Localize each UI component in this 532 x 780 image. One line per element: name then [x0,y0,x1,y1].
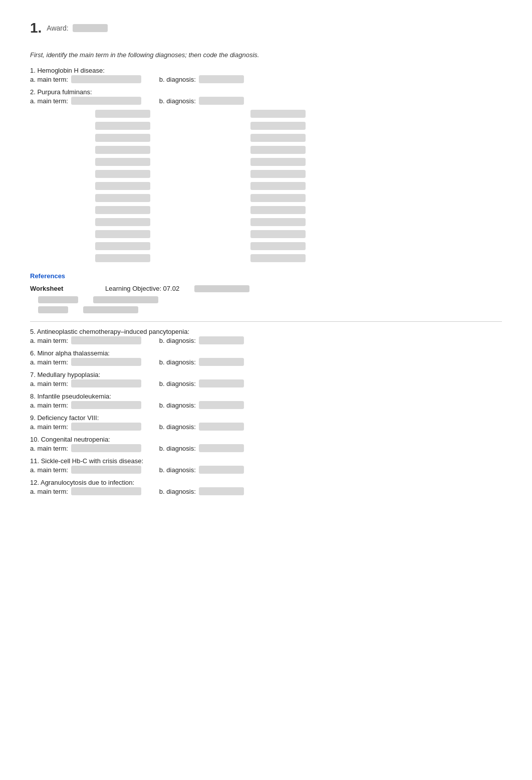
main-term-input-6[interactable] [71,358,141,366]
references-link[interactable]: References [30,272,502,280]
main-term-label-10: a. main term: [30,445,68,452]
main-term-input-10[interactable] [71,444,141,452]
diagnosis-input-1[interactable] [199,75,244,83]
diagnosis-11-answer-row: a. main term: b. diagnosis: [30,466,502,474]
diagnosis-1: 1. Hemoglobin H disease: a. main term: b… [30,67,502,83]
diagnosis-12-title: 12. Agranulocytosis due to infection: [30,479,502,486]
diagnosis-2-title: 2. Purpura fulminans: [30,88,502,96]
diagnosis-10-answer-row: a. main term: b. diagnosis: [30,444,502,452]
main-term-input-1[interactable] [71,75,141,83]
main-term-input-5[interactable] [71,336,141,344]
meta-left-1 [38,296,78,303]
blurred-row-11 [95,230,502,238]
main-term-input-12[interactable] [71,487,141,495]
instructions: First, identify the main term in the fol… [30,51,502,59]
blurred-row-5 [95,158,502,166]
diagnosis-7: 7. Medullary hypoplasia: a. main term: b… [30,371,502,387]
diagnosis-7-title: 7. Medullary hypoplasia: [30,371,502,378]
blurred-row-8 [95,194,502,202]
main-term-input-9[interactable] [71,423,141,431]
diagnosis-12: 12. Agranulocytosis due to infection: a.… [30,479,502,495]
diagnosis-1-title: 1. Hemoglobin H disease: [30,67,502,74]
question-header: 1. Award: [30,20,502,36]
main-term-label-1: a. main term: [30,76,68,83]
blurred-row-4 [95,146,502,154]
blurred-row-6 [95,170,502,178]
meta-row-1 [38,296,502,303]
diagnosis-9-title: 9. Deficiency factor VIII: [30,414,502,422]
diagnosis-input-9[interactable] [199,423,244,431]
main-term-label-11: a. main term: [30,466,68,474]
diagnosis-8-answer-row: a. main term: b. diagnosis: [30,401,502,409]
blurred-row-12 [95,242,502,250]
diagnosis-6-title: 6. Minor alpha thalassemia: [30,349,502,357]
main-term-label-2: a. main term: [30,97,68,105]
lo-label: Learning Objective: 07.02 [105,285,179,292]
blurred-row-1 [95,110,502,118]
diagnosis-label-5: b. diagnosis: [159,337,196,344]
main-term-input-11[interactable] [71,466,141,474]
question-number: 1. [30,20,42,36]
diagnosis-input-7[interactable] [199,379,244,387]
diagnosis-label-2: b. diagnosis: [159,97,196,105]
diagnosis-input-8[interactable] [199,401,244,409]
blurred-row-3 [95,134,502,142]
blurred-row-7 [95,182,502,190]
diagnosis-8: 8. Infantile pseudoleukemia: a. main ter… [30,393,502,409]
diagnosis-label-6: b. diagnosis: [159,358,196,366]
diagnosis-6: 6. Minor alpha thalassemia: a. main term… [30,349,502,366]
diagnosis-11-title: 11. Sickle-cell Hb-C with crisis disease… [30,457,502,465]
diagnosis-1-answer-row: a. main term: b. diagnosis: [30,75,502,83]
diagnosis-5-answer-row: a. main term: b. diagnosis: [30,336,502,344]
main-term-label-12: a. main term: [30,488,68,495]
lower-diagnoses-section: 5. Antineoplastic chemotherapy–induced p… [30,328,502,495]
diagnosis-7-answer-row: a. main term: b. diagnosis: [30,379,502,387]
diagnosis-input-6[interactable] [199,358,244,366]
diagnosis-input-5[interactable] [199,336,244,344]
main-term-label-5: a. main term: [30,337,68,344]
worksheet-row: Worksheet Learning Objective: 07.02 [30,285,502,292]
diagnosis-label-10: b. diagnosis: [159,445,196,452]
award-value [73,24,108,32]
diagnosis-9-answer-row: a. main term: b. diagnosis: [30,423,502,431]
diagnosis-11: 11. Sickle-cell Hb-C with crisis disease… [30,457,502,474]
main-term-input-8[interactable] [71,401,141,409]
diagnosis-input-11[interactable] [199,466,244,474]
main-term-label-7: a. main term: [30,380,68,387]
diagnosis-5-title: 5. Antineoplastic chemotherapy–induced p… [30,328,502,335]
diagnosis-input-2[interactable] [199,97,244,105]
diagnosis-5: 5. Antineoplastic chemotherapy–induced p… [30,328,502,344]
meta-row-2 [38,306,502,313]
diagnosis-label-11: b. diagnosis: [159,466,196,474]
worksheet-label: Worksheet [30,285,90,292]
award-label: Award: [47,24,68,32]
meta-left-2 [38,306,68,313]
diagnosis-8-title: 8. Infantile pseudoleukemia: [30,393,502,400]
main-term-label-6: a. main term: [30,358,68,366]
main-term-input-7[interactable] [71,379,141,387]
diagnosis-10-title: 10. Congenital neutropenia: [30,436,502,443]
diagnosis-label-7: b. diagnosis: [159,380,196,387]
blurred-row-9 [95,206,502,214]
diagnosis-2: 2. Purpura fulminans: a. main term: b. d… [30,88,502,105]
blurred-answers-section [30,110,502,262]
main-term-label-9: a. main term: [30,423,68,431]
diagnosis-10: 10. Congenital neutropenia: a. main term… [30,436,502,452]
blurred-row-13 [95,254,502,262]
lo-value [194,285,249,292]
diagnosis-input-10[interactable] [199,444,244,452]
diagnosis-label-9: b. diagnosis: [159,423,196,431]
section-divider [30,321,502,322]
diagnosis-2-answer-row: a. main term: b. diagnosis: [30,97,502,105]
blurred-row-10 [95,218,502,226]
blurred-row-2 [95,122,502,130]
diagnosis-label-1: b. diagnosis: [159,76,196,83]
diagnosis-6-answer-row: a. main term: b. diagnosis: [30,358,502,366]
meta-right-2 [83,306,138,313]
main-term-input-2[interactable] [71,97,141,105]
diagnosis-9: 9. Deficiency factor VIII: a. main term:… [30,414,502,431]
diagnosis-label-12: b. diagnosis: [159,488,196,495]
diagnosis-input-12[interactable] [199,487,244,495]
diagnosis-label-8: b. diagnosis: [159,402,196,409]
main-term-label-8: a. main term: [30,402,68,409]
